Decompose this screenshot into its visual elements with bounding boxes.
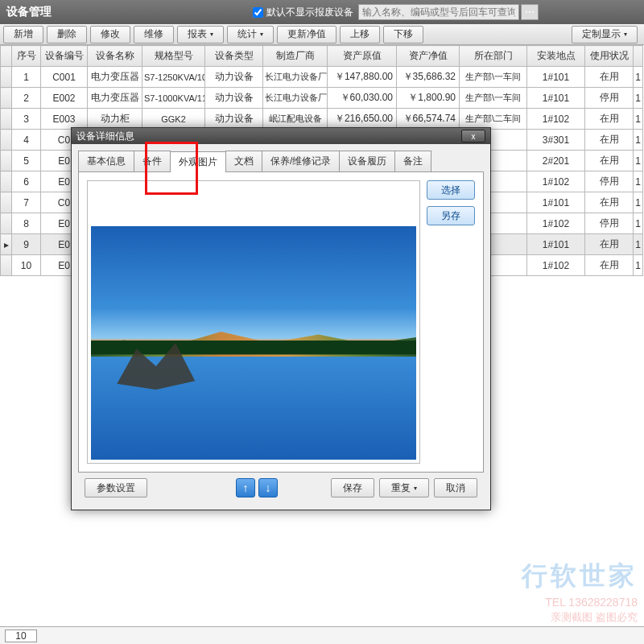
watermark: 行软世家 TEL 13628228718 亲测截图 盗图必究 [522, 559, 638, 625]
tab-3[interactable]: 文档 [225, 151, 262, 171]
tab-5[interactable]: 设备履历 [339, 151, 395, 171]
add-button[interactable]: 新增 [3, 26, 43, 43]
tab-6[interactable]: 备注 [394, 151, 431, 171]
param-settings-button[interactable]: 参数设置 [85, 478, 147, 497]
custom-display-button[interactable]: 定制显示▾ [572, 26, 638, 43]
table-row[interactable]: 1C001电力变压器S7-1250KVA/10KV动力设备长江电力设备厂￥147… [1, 67, 643, 88]
toolbar: 新增 删除 修改 维修 报表▾ 统计▾ 更新净值 上移 下移 定制显示▾ [0, 24, 644, 45]
dialog-title: 设备详细信息 [76, 130, 134, 143]
tab-1[interactable]: 备件 [134, 151, 171, 171]
cancel-button[interactable]: 取消 [434, 478, 477, 497]
tab-2[interactable]: 外观图片 [170, 151, 226, 172]
detail-dialog: 设备详细信息 x 基本信息备件外观图片文档保养/维修记录设备履历备注 选择 另存… [71, 127, 491, 510]
maintain-button[interactable]: 维修 [134, 26, 174, 43]
save-button[interactable]: 保存 [331, 478, 374, 497]
table-row[interactable]: 3E003动力柜GGK2动力设备岷江配电设备￥216,650.00￥66,574… [1, 109, 643, 130]
dialog-tabs: 基本信息备件外观图片文档保养/维修记录设备履历备注 [78, 151, 484, 172]
nav-down-icon[interactable]: ↓ [258, 478, 278, 497]
dialog-titlebar[interactable]: 设备详细信息 x [72, 128, 490, 144]
close-icon[interactable]: x [461, 130, 485, 142]
search-button[interactable]: ⋯ [521, 4, 539, 20]
search-input[interactable] [358, 4, 519, 20]
dialog-footer: 参数设置 ↑ ↓ 保存 重复▾ 取消 [78, 473, 484, 503]
titlebar: 设备管理 默认不显示报废设备 ⋯ [0, 0, 644, 24]
refresh-button[interactable]: 更新净值 [277, 26, 336, 43]
tab-0[interactable]: 基本信息 [78, 151, 134, 171]
table-row[interactable]: 2E002电力变压器S7-1000KVA/11KV动力设备长江电力设备厂￥60,… [1, 88, 643, 109]
app-title: 设备管理 [6, 5, 52, 19]
moveup-button[interactable]: 上移 [340, 26, 380, 43]
report-button[interactable]: 报表▾ [177, 26, 224, 43]
saveas-image-button[interactable]: 另存 [427, 206, 475, 225]
nav-up-icon[interactable]: ↑ [236, 478, 255, 497]
tab-pane-image: 选择 另存 [78, 172, 484, 473]
delete-button[interactable]: 删除 [47, 26, 87, 43]
equipment-image [91, 226, 416, 460]
movedown-button[interactable]: 下移 [383, 26, 423, 43]
page-indicator[interactable]: 10 [5, 630, 37, 642]
reset-button[interactable]: 重复▾ [379, 478, 429, 497]
hide-scrapped-checkbox[interactable]: 默认不显示报废设备 [253, 6, 353, 19]
status-footer: 10 [0, 626, 644, 644]
hide-scrapped-input[interactable] [253, 7, 263, 18]
edit-button[interactable]: 修改 [90, 26, 130, 43]
tab-4[interactable]: 保养/维修记录 [262, 151, 340, 171]
stats-button[interactable]: 统计▾ [227, 26, 274, 43]
select-image-button[interactable]: 选择 [427, 180, 475, 200]
image-preview-box [87, 180, 420, 464]
header-row: 序号设备编号设备名称规格型号设备类型制造厂商资产原值资产净值所在部门安装地点使用… [1, 46, 643, 67]
